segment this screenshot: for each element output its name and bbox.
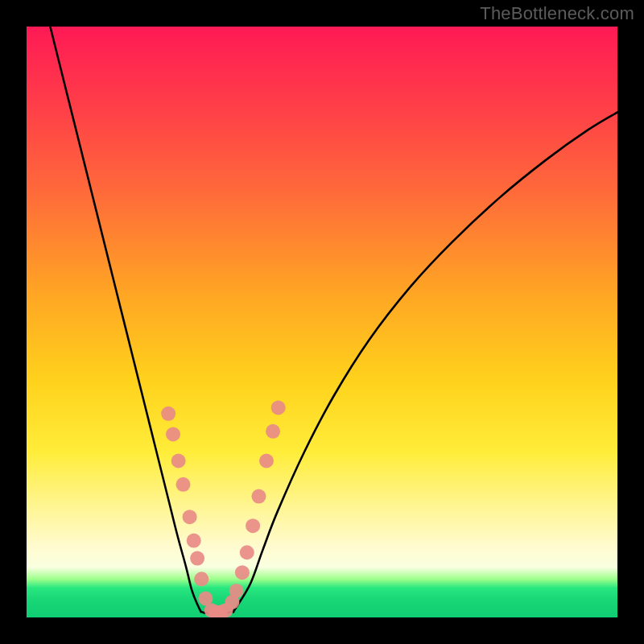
data-marker	[190, 551, 204, 566]
data-marker	[183, 510, 197, 524]
data-marker	[229, 584, 244, 598]
curve-layer	[27, 27, 617, 617]
data-marker	[266, 424, 280, 439]
plot-area	[27, 27, 617, 617]
data-marker	[259, 453, 274, 468]
data-marker	[240, 545, 254, 559]
chart-stage: TheBottleneck.com	[0, 0, 644, 644]
data-marker	[246, 518, 260, 533]
series-layer	[50, 27, 617, 613]
data-marker	[271, 400, 286, 415]
data-marker	[251, 489, 266, 504]
watermark-text: TheBottleneck.com	[480, 3, 634, 24]
data-marker	[171, 453, 186, 468]
data-marker	[166, 427, 180, 441]
data-marker	[194, 572, 208, 586]
data-marker	[176, 477, 191, 492]
bottleneck-curve	[50, 27, 617, 613]
data-marker	[187, 534, 201, 548]
markers-layer	[161, 400, 286, 617]
data-marker	[235, 565, 250, 580]
data-marker	[161, 407, 175, 421]
